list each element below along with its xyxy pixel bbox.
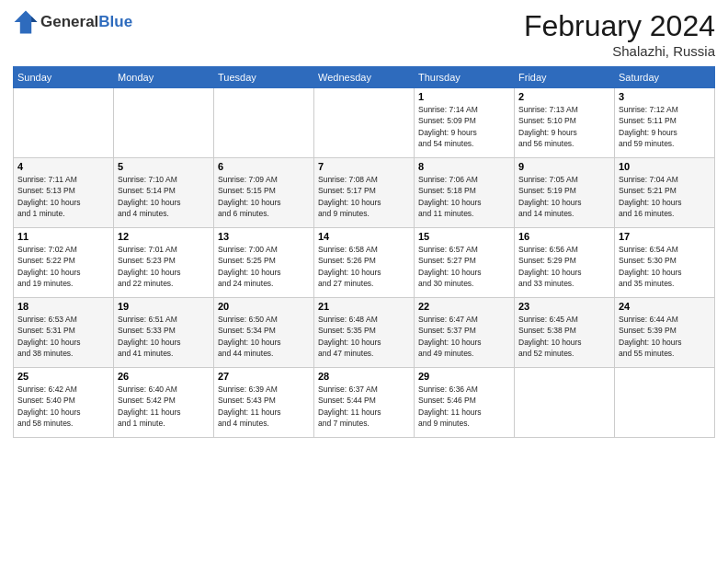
- week-row-4: 18Sunrise: 6:53 AM Sunset: 5:31 PM Dayli…: [14, 298, 715, 368]
- calendar-cell: 11Sunrise: 7:02 AM Sunset: 5:22 PM Dayli…: [14, 228, 114, 298]
- day-detail: Sunrise: 7:02 AM Sunset: 5:22 PM Dayligh…: [17, 244, 109, 289]
- day-number: 2: [518, 91, 610, 102]
- day-detail: Sunrise: 7:04 AM Sunset: 5:21 PM Dayligh…: [619, 174, 711, 219]
- logo: GeneralBlue: [13, 9, 132, 35]
- calendar-cell: 1Sunrise: 7:14 AM Sunset: 5:09 PM Daylig…: [415, 88, 515, 158]
- calendar-cell: 22Sunrise: 6:47 AM Sunset: 5:37 PM Dayli…: [415, 298, 515, 368]
- day-number: 11: [17, 231, 109, 242]
- calendar-cell: [314, 88, 415, 158]
- calendar-cell: 19Sunrise: 6:51 AM Sunset: 5:33 PM Dayli…: [114, 298, 214, 368]
- calendar-cell: 12Sunrise: 7:01 AM Sunset: 5:23 PM Dayli…: [114, 228, 214, 298]
- calendar-cell: 10Sunrise: 7:04 AM Sunset: 5:21 PM Dayli…: [615, 158, 715, 228]
- day-number: 3: [619, 91, 711, 102]
- location: Shalazhi, Russia: [524, 43, 715, 59]
- day-number: 22: [418, 301, 510, 312]
- calendar-cell: [615, 368, 715, 438]
- day-detail: Sunrise: 6:39 AM Sunset: 5:43 PM Dayligh…: [218, 384, 310, 429]
- day-detail: Sunrise: 6:36 AM Sunset: 5:46 PM Dayligh…: [418, 384, 510, 429]
- day-number: 10: [619, 161, 711, 172]
- day-detail: Sunrise: 7:13 AM Sunset: 5:10 PM Dayligh…: [518, 104, 610, 149]
- day-number: 6: [218, 161, 310, 172]
- calendar-table: SundayMondayTuesdayWednesdayThursdayFrid…: [13, 66, 715, 438]
- day-number: 8: [418, 161, 510, 172]
- day-detail: Sunrise: 7:09 AM Sunset: 5:15 PM Dayligh…: [218, 174, 310, 219]
- calendar-cell: 25Sunrise: 6:42 AM Sunset: 5:40 PM Dayli…: [14, 368, 114, 438]
- day-detail: Sunrise: 7:01 AM Sunset: 5:23 PM Dayligh…: [118, 244, 210, 289]
- calendar-cell: 8Sunrise: 7:06 AM Sunset: 5:18 PM Daylig…: [415, 158, 515, 228]
- day-detail: Sunrise: 6:58 AM Sunset: 5:26 PM Dayligh…: [318, 244, 410, 289]
- day-detail: Sunrise: 6:50 AM Sunset: 5:34 PM Dayligh…: [218, 314, 310, 359]
- calendar-cell: 5Sunrise: 7:10 AM Sunset: 5:14 PM Daylig…: [114, 158, 214, 228]
- day-detail: Sunrise: 6:51 AM Sunset: 5:33 PM Dayligh…: [118, 314, 210, 359]
- day-detail: Sunrise: 7:10 AM Sunset: 5:14 PM Dayligh…: [118, 174, 210, 219]
- week-row-1: 1Sunrise: 7:14 AM Sunset: 5:09 PM Daylig…: [14, 88, 715, 158]
- day-number: 21: [318, 301, 410, 312]
- calendar-cell: 18Sunrise: 6:53 AM Sunset: 5:31 PM Dayli…: [14, 298, 114, 368]
- day-detail: Sunrise: 6:56 AM Sunset: 5:29 PM Dayligh…: [518, 244, 610, 289]
- weekday-header-friday: Friday: [515, 67, 615, 88]
- day-detail: Sunrise: 6:57 AM Sunset: 5:27 PM Dayligh…: [418, 244, 510, 289]
- day-detail: Sunrise: 7:11 AM Sunset: 5:13 PM Dayligh…: [17, 174, 109, 219]
- weekday-header-thursday: Thursday: [415, 67, 515, 88]
- day-number: 28: [318, 371, 410, 382]
- calendar-cell: 23Sunrise: 6:45 AM Sunset: 5:38 PM Dayli…: [515, 298, 615, 368]
- calendar-cell: [114, 88, 214, 158]
- day-detail: Sunrise: 6:47 AM Sunset: 5:37 PM Dayligh…: [418, 314, 510, 359]
- calendar-cell: 24Sunrise: 6:44 AM Sunset: 5:39 PM Dayli…: [615, 298, 715, 368]
- logo-icon: [13, 9, 39, 35]
- calendar-cell: 13Sunrise: 7:00 AM Sunset: 5:25 PM Dayli…: [214, 228, 314, 298]
- day-detail: Sunrise: 7:14 AM Sunset: 5:09 PM Dayligh…: [418, 104, 510, 149]
- day-number: 23: [518, 301, 610, 312]
- calendar-cell: 4Sunrise: 7:11 AM Sunset: 5:13 PM Daylig…: [14, 158, 114, 228]
- calendar-cell: 17Sunrise: 6:54 AM Sunset: 5:30 PM Dayli…: [615, 228, 715, 298]
- calendar-cell: 20Sunrise: 6:50 AM Sunset: 5:34 PM Dayli…: [214, 298, 314, 368]
- week-row-5: 25Sunrise: 6:42 AM Sunset: 5:40 PM Dayli…: [14, 368, 715, 438]
- svg-marker-1: [31, 17, 37, 22]
- day-number: 7: [318, 161, 410, 172]
- day-number: 24: [619, 301, 711, 312]
- day-number: 20: [218, 301, 310, 312]
- day-number: 25: [17, 371, 109, 382]
- calendar-cell: 2Sunrise: 7:13 AM Sunset: 5:10 PM Daylig…: [515, 88, 615, 158]
- day-detail: Sunrise: 6:44 AM Sunset: 5:39 PM Dayligh…: [619, 314, 711, 359]
- day-number: 5: [118, 161, 210, 172]
- weekday-header-saturday: Saturday: [615, 67, 715, 88]
- day-detail: Sunrise: 7:06 AM Sunset: 5:18 PM Dayligh…: [418, 174, 510, 219]
- calendar-cell: 9Sunrise: 7:05 AM Sunset: 5:19 PM Daylig…: [515, 158, 615, 228]
- day-number: 26: [118, 371, 210, 382]
- calendar-cell: 29Sunrise: 6:36 AM Sunset: 5:46 PM Dayli…: [415, 368, 515, 438]
- day-number: 29: [418, 371, 510, 382]
- day-number: 17: [619, 231, 711, 242]
- week-row-2: 4Sunrise: 7:11 AM Sunset: 5:13 PM Daylig…: [14, 158, 715, 228]
- day-number: 4: [17, 161, 109, 172]
- day-detail: Sunrise: 6:37 AM Sunset: 5:44 PM Dayligh…: [318, 384, 410, 429]
- page: GeneralBlue February 2024 Shalazhi, Russ…: [0, 0, 728, 443]
- day-number: 9: [518, 161, 610, 172]
- title-block: February 2024 Shalazhi, Russia: [524, 9, 715, 59]
- day-number: 13: [218, 231, 310, 242]
- day-number: 1: [418, 91, 510, 102]
- calendar-cell: 6Sunrise: 7:09 AM Sunset: 5:15 PM Daylig…: [214, 158, 314, 228]
- month-title: February 2024: [524, 9, 715, 43]
- weekday-header-tuesday: Tuesday: [214, 67, 314, 88]
- day-detail: Sunrise: 6:48 AM Sunset: 5:35 PM Dayligh…: [318, 314, 410, 359]
- day-number: 27: [218, 371, 310, 382]
- day-number: 14: [318, 231, 410, 242]
- calendar-cell: 14Sunrise: 6:58 AM Sunset: 5:26 PM Dayli…: [314, 228, 415, 298]
- day-detail: Sunrise: 7:08 AM Sunset: 5:17 PM Dayligh…: [318, 174, 410, 219]
- day-number: 16: [518, 231, 610, 242]
- day-detail: Sunrise: 7:12 AM Sunset: 5:11 PM Dayligh…: [619, 104, 711, 149]
- week-row-3: 11Sunrise: 7:02 AM Sunset: 5:22 PM Dayli…: [14, 228, 715, 298]
- calendar-cell: [214, 88, 314, 158]
- day-detail: Sunrise: 6:45 AM Sunset: 5:38 PM Dayligh…: [518, 314, 610, 359]
- day-number: 18: [17, 301, 109, 312]
- weekday-header-monday: Monday: [114, 67, 214, 88]
- weekday-header-sunday: Sunday: [14, 67, 114, 88]
- weekday-header-wednesday: Wednesday: [314, 67, 415, 88]
- calendar-cell: [515, 368, 615, 438]
- header: GeneralBlue February 2024 Shalazhi, Russ…: [13, 9, 715, 59]
- day-detail: Sunrise: 7:00 AM Sunset: 5:25 PM Dayligh…: [218, 244, 310, 289]
- day-number: 19: [118, 301, 210, 312]
- calendar-cell: 7Sunrise: 7:08 AM Sunset: 5:17 PM Daylig…: [314, 158, 415, 228]
- calendar-cell: 3Sunrise: 7:12 AM Sunset: 5:11 PM Daylig…: [615, 88, 715, 158]
